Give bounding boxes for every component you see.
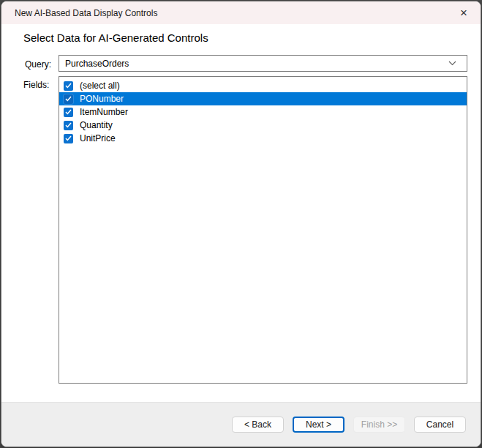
finish-button[interactable]: Finish >> — [353, 417, 405, 433]
list-item[interactable]: UnitPrice — [59, 132, 467, 145]
query-combobox-value: PurchaseOrders — [65, 59, 129, 69]
fields-listbox: (select all) PONumber ItemNumber Quantit… — [59, 76, 467, 384]
window-title: New AI-Based Data Display Controls — [15, 8, 157, 18]
next-button[interactable]: Next > — [293, 417, 344, 433]
close-icon[interactable]: × — [447, 1, 481, 24]
dialog-window: New AI-Based Data Display Controls × Sel… — [1, 1, 481, 447]
query-label: Query: — [25, 59, 51, 70]
list-item[interactable]: ItemNumber — [59, 105, 467, 119]
checkbox-checked-icon[interactable] — [64, 121, 73, 130]
chevron-down-icon — [448, 61, 461, 66]
list-item[interactable]: Quantity — [59, 119, 467, 132]
checkbox-checked-icon[interactable] — [64, 81, 73, 91]
list-item-label: Quantity — [80, 120, 113, 130]
list-item-label: PONumber — [80, 94, 124, 104]
list-item[interactable]: PONumber — [59, 92, 467, 105]
list-item-label: ItemNumber — [80, 107, 128, 117]
checkbox-checked-icon[interactable] — [64, 108, 73, 117]
list-item-label: UnitPrice — [80, 133, 116, 143]
fields-label: Fields: — [23, 80, 49, 90]
checkbox-checked-icon[interactable] — [64, 134, 73, 143]
list-item[interactable]: (select all) — [59, 79, 467, 92]
page-title: Select Data for AI-Generated Controls — [23, 31, 208, 44]
checkbox-checked-icon[interactable] — [64, 94, 73, 104]
dialog-footer: < Back Next > Finish >> Cancel — [1, 402, 481, 447]
cancel-button[interactable]: Cancel — [414, 417, 466, 433]
list-item-label: (select all) — [80, 81, 120, 91]
back-button[interactable]: < Back — [232, 417, 284, 433]
title-bar: New AI-Based Data Display Controls × — [1, 1, 481, 24]
query-combobox[interactable]: PurchaseOrders — [59, 55, 467, 72]
